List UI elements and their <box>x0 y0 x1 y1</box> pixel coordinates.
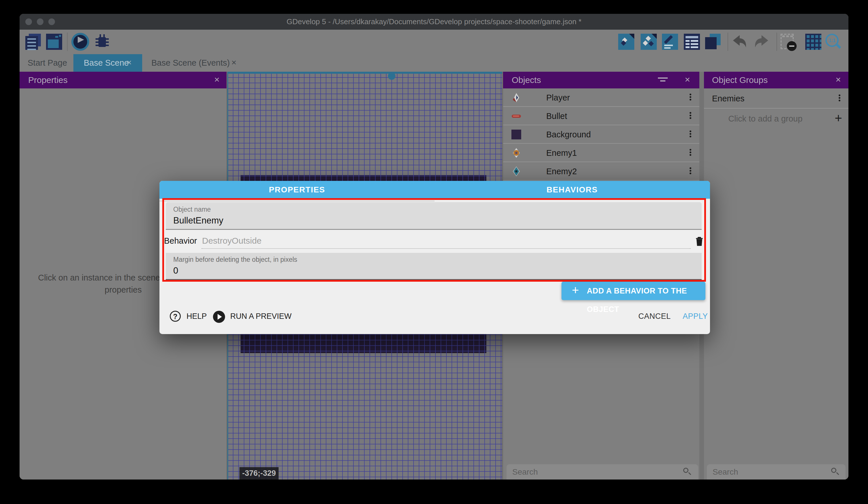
add-behavior-button[interactable]: + ADD A BEHAVIOR TO THE OBJECT <box>561 282 705 300</box>
tab-close-icon[interactable]: × <box>127 54 132 72</box>
run-preview-button[interactable]: RUN A PREVIEW <box>230 312 291 321</box>
object-editor-dialog: PROPERTIES BEHAVIORS Object name BulletE… <box>159 181 710 334</box>
background-tile-sprite-icon <box>511 129 521 140</box>
object-menu-icon[interactable] <box>689 93 692 102</box>
toolbar-separator <box>67 32 68 51</box>
red-annotation-box <box>162 198 706 282</box>
tab-start-page[interactable]: Start Page <box>20 54 73 72</box>
toggle-grid-icon[interactable] <box>805 34 822 50</box>
tab-base-scene-events[interactable]: Base Scene (Events) × <box>142 54 245 72</box>
properties-panel-header: Properties × <box>20 72 227 88</box>
object-groups-panel: Object Groups × Enemies Click to add a g… <box>704 72 848 480</box>
add-group-plus-icon[interactable]: + <box>835 109 842 129</box>
project-manager-icon[interactable] <box>25 34 41 50</box>
object-menu-icon[interactable] <box>689 111 692 121</box>
window-title: GDevelop 5 - /Users/dkarakay/Documents/G… <box>20 14 848 30</box>
layers-icon[interactable] <box>705 34 721 50</box>
object-groups-panel-title: Object Groups <box>712 72 767 88</box>
selection-handle[interactable] <box>388 72 395 80</box>
toolbar-separator <box>776 32 777 51</box>
cursor-coordinates-badge: -376;-329 <box>239 467 279 480</box>
object-menu-icon[interactable] <box>689 167 692 176</box>
dialog-tab-behaviors[interactable]: BEHAVIORS <box>435 181 710 199</box>
toolbar-separator <box>727 32 728 51</box>
object-row-enemy1[interactable]: Enemy1 <box>503 144 699 162</box>
plus-icon: + <box>572 282 579 300</box>
object-row-player[interactable]: Player <box>503 88 699 107</box>
close-icon[interactable]: × <box>214 72 220 88</box>
objects-search-input[interactable] <box>512 464 656 480</box>
groups-search-field[interactable] <box>707 464 846 480</box>
player-ship-sprite-icon <box>511 92 521 103</box>
add-group-row[interactable]: Click to add a group + <box>704 109 848 129</box>
search-icon <box>831 468 840 476</box>
redo-icon[interactable] <box>753 33 770 50</box>
object-row-enemy2[interactable]: Enemy2 <box>503 162 699 181</box>
instances-list-icon[interactable] <box>684 34 700 50</box>
bullet-sprite-icon <box>511 111 521 121</box>
play-preview-icon[interactable] <box>71 33 89 51</box>
titlebar: GDevelop 5 - /Users/dkarakay/Documents/G… <box>20 14 848 30</box>
dialog-footer: ? HELP RUN A PREVIEW CANCEL APPLY <box>159 308 710 325</box>
dialog-tab-header: PROPERTIES BEHAVIORS <box>159 181 710 199</box>
tab-strip: Start Page Base Scene × Base Scene (Even… <box>20 54 848 72</box>
edit-object-groups-icon[interactable] <box>641 34 657 50</box>
undo-icon[interactable] <box>731 33 748 50</box>
edit-properties-icon[interactable] <box>662 34 678 50</box>
app-window: GDevelop 5 - /Users/dkarakay/Documents/G… <box>20 14 848 480</box>
tab-base-scene[interactable]: Base Scene × <box>73 54 142 72</box>
edit-object-icon[interactable] <box>618 34 634 50</box>
close-icon[interactable]: × <box>836 72 841 88</box>
search-icon <box>683 468 692 476</box>
toolbar: 1:1 <box>20 30 848 54</box>
object-row-background[interactable]: Background <box>503 125 699 144</box>
enemy1-ship-sprite-icon <box>511 148 521 158</box>
debug-icon[interactable] <box>94 34 110 50</box>
objects-panel-title: Objects <box>512 72 541 88</box>
object-row-bullet[interactable]: Bullet <box>503 107 699 125</box>
groups-search-input[interactable] <box>713 464 817 480</box>
group-row-enemies[interactable]: Enemies <box>704 88 848 109</box>
objects-panel-header: Objects × <box>503 72 699 88</box>
help-icon[interactable]: ? <box>170 311 181 322</box>
cancel-button[interactable]: CANCEL <box>638 312 671 321</box>
apply-button[interactable]: APPLY <box>683 312 708 321</box>
enemy2-ship-sprite-icon <box>511 166 521 177</box>
zoom-original-icon[interactable]: 1:1 <box>825 34 844 51</box>
filter-icon[interactable] <box>658 78 668 83</box>
run-preview-icon[interactable] <box>213 311 225 323</box>
dialog-tab-properties[interactable]: PROPERTIES <box>159 181 435 199</box>
object-menu-icon[interactable] <box>689 130 692 139</box>
group-menu-icon[interactable] <box>838 94 841 103</box>
properties-panel-title: Properties <box>28 72 68 88</box>
objects-search-field[interactable] <box>507 464 698 480</box>
help-button[interactable]: HELP <box>186 312 207 321</box>
tab-close-icon[interactable]: × <box>231 54 237 72</box>
screen: GDevelop 5 - /Users/dkarakay/Documents/G… <box>0 0 868 504</box>
scene-windows-icon[interactable] <box>46 34 62 50</box>
close-icon[interactable]: × <box>685 72 690 88</box>
deselect-instances-icon[interactable] <box>781 34 797 50</box>
object-groups-panel-header: Object Groups × <box>704 72 848 88</box>
object-menu-icon[interactable] <box>689 148 692 158</box>
selection-top-edge <box>227 72 502 74</box>
